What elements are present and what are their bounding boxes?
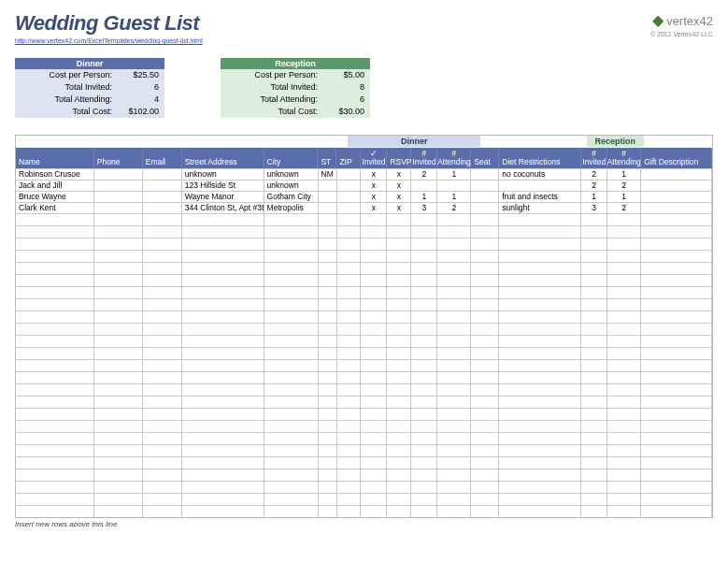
col-email[interactable]: Email bbox=[143, 148, 182, 168]
cell-empty[interactable] bbox=[607, 360, 641, 371]
cell-empty[interactable] bbox=[607, 336, 641, 347]
cell-phone[interactable] bbox=[94, 192, 143, 202]
cell-empty[interactable] bbox=[361, 409, 387, 420]
cell-empty[interactable] bbox=[581, 348, 607, 359]
cell-empty[interactable] bbox=[387, 336, 411, 347]
cell-empty[interactable] bbox=[182, 263, 264, 274]
cell-empty[interactable] bbox=[319, 457, 337, 469]
cell-email[interactable] bbox=[143, 180, 182, 191]
cell-empty[interactable] bbox=[143, 238, 182, 250]
cell-empty[interactable] bbox=[641, 433, 712, 444]
cell-empty[interactable] bbox=[471, 372, 499, 383]
cell-rsvp[interactable]: x bbox=[387, 180, 411, 191]
cell-empty[interactable] bbox=[143, 506, 182, 517]
table-row-empty[interactable] bbox=[16, 408, 712, 420]
cell-empty[interactable] bbox=[182, 360, 264, 371]
cell-empty[interactable] bbox=[387, 251, 411, 262]
cell-addr[interactable]: 344 Clinton St, Apt #3B bbox=[182, 203, 264, 213]
cell-empty[interactable] bbox=[361, 348, 387, 359]
cell-empty[interactable] bbox=[16, 324, 94, 335]
cell-empty[interactable] bbox=[16, 287, 94, 298]
cell-empty[interactable] bbox=[437, 397, 471, 408]
cell-empty[interactable] bbox=[411, 469, 437, 481]
cell-empty[interactable] bbox=[471, 299, 499, 310]
cell-empty[interactable] bbox=[94, 238, 143, 250]
cell-empty[interactable] bbox=[264, 299, 319, 310]
col-state[interactable]: ST bbox=[318, 148, 336, 168]
table-row-empty[interactable] bbox=[16, 238, 712, 250]
cell-email[interactable] bbox=[143, 192, 182, 202]
cell-ratt[interactable]: 1 bbox=[607, 169, 641, 180]
cell-st[interactable] bbox=[319, 203, 337, 213]
cell-empty[interactable] bbox=[607, 445, 641, 456]
cell-empty[interactable] bbox=[607, 251, 641, 262]
cell-st[interactable] bbox=[319, 192, 337, 202]
cell-empty[interactable] bbox=[361, 384, 387, 396]
cell-empty[interactable] bbox=[264, 409, 319, 420]
cell-empty[interactable] bbox=[499, 421, 581, 432]
cell-empty[interactable] bbox=[607, 226, 641, 238]
cell-empty[interactable] bbox=[182, 506, 264, 517]
cell-empty[interactable] bbox=[319, 263, 337, 274]
cell-empty[interactable] bbox=[94, 360, 143, 371]
cell-empty[interactable] bbox=[437, 409, 471, 420]
cell-empty[interactable] bbox=[182, 226, 264, 238]
cell-empty[interactable] bbox=[437, 348, 471, 359]
cell-empty[interactable] bbox=[581, 506, 607, 517]
cell-empty[interactable] bbox=[361, 263, 387, 274]
col-recep-num-attending[interactable]: #Attending bbox=[607, 148, 641, 168]
cell-empty[interactable] bbox=[641, 482, 712, 493]
table-row-empty[interactable] bbox=[16, 262, 712, 274]
cell-empty[interactable] bbox=[319, 275, 337, 286]
cell-empty[interactable] bbox=[143, 214, 182, 225]
cell-empty[interactable] bbox=[337, 372, 362, 383]
cell-empty[interactable] bbox=[94, 263, 143, 274]
cell-empty[interactable] bbox=[471, 445, 499, 456]
cell-empty[interactable] bbox=[94, 494, 143, 505]
cell-empty[interactable] bbox=[264, 360, 319, 371]
cell-zip[interactable] bbox=[337, 169, 362, 180]
cell-empty[interactable] bbox=[16, 311, 94, 323]
cell-empty[interactable] bbox=[581, 482, 607, 493]
cell-empty[interactable] bbox=[607, 372, 641, 383]
cell-empty[interactable] bbox=[471, 275, 499, 286]
cell-empty[interactable] bbox=[143, 372, 182, 383]
cell-empty[interactable] bbox=[387, 238, 411, 250]
cell-empty[interactable] bbox=[143, 251, 182, 262]
cell-empty[interactable] bbox=[16, 263, 94, 274]
cell-empty[interactable] bbox=[387, 469, 411, 481]
cell-empty[interactable] bbox=[641, 336, 712, 347]
cell-empty[interactable] bbox=[641, 372, 712, 383]
cell-empty[interactable] bbox=[607, 506, 641, 517]
cell-empty[interactable] bbox=[16, 482, 94, 493]
cell-empty[interactable] bbox=[437, 336, 471, 347]
cell-empty[interactable] bbox=[337, 445, 362, 456]
col-diet[interactable]: Diet Restrictions bbox=[499, 148, 581, 168]
cell-empty[interactable] bbox=[607, 457, 641, 469]
cell-phone[interactable] bbox=[94, 169, 143, 180]
cell-empty[interactable] bbox=[361, 324, 387, 335]
cell-empty[interactable] bbox=[361, 287, 387, 298]
cell-ninv[interactable] bbox=[411, 180, 437, 191]
cell-empty[interactable] bbox=[387, 226, 411, 238]
cell-empty[interactable] bbox=[182, 384, 264, 396]
table-row-empty[interactable] bbox=[16, 469, 712, 481]
table-row-empty[interactable] bbox=[16, 420, 712, 432]
cell-empty[interactable] bbox=[361, 214, 387, 225]
cell-empty[interactable] bbox=[499, 275, 581, 286]
cell-empty[interactable] bbox=[337, 360, 362, 371]
cell-phone[interactable] bbox=[94, 180, 143, 191]
cell-empty[interactable] bbox=[16, 506, 94, 517]
cell-empty[interactable] bbox=[581, 457, 607, 469]
cell-empty[interactable] bbox=[411, 263, 437, 274]
cell-empty[interactable] bbox=[264, 457, 319, 469]
cell-empty[interactable] bbox=[94, 311, 143, 323]
cell-zip[interactable] bbox=[337, 180, 362, 191]
cell-empty[interactable] bbox=[387, 287, 411, 298]
cell-empty[interactable] bbox=[581, 324, 607, 335]
cell-empty[interactable] bbox=[607, 263, 641, 274]
cell-rinv[interactable]: 2 bbox=[581, 180, 607, 191]
cell-empty[interactable] bbox=[94, 421, 143, 432]
cell-empty[interactable] bbox=[641, 469, 712, 481]
cell-empty[interactable] bbox=[143, 263, 182, 274]
